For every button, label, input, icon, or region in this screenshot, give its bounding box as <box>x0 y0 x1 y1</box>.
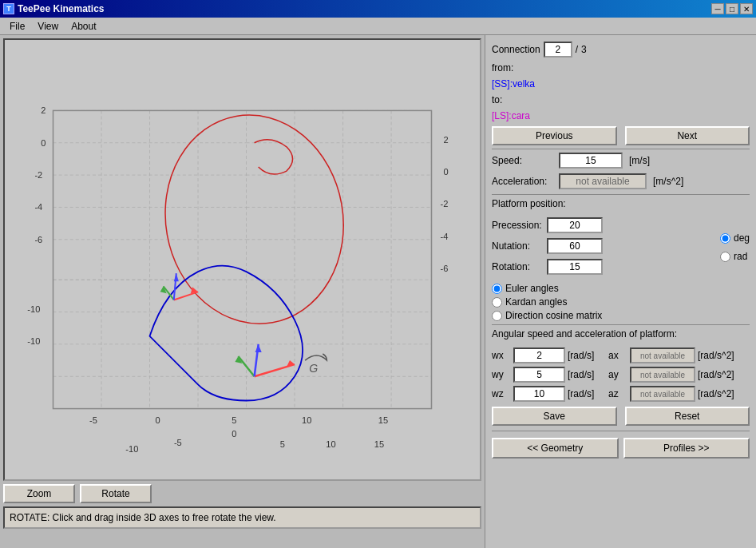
from-label: from: <box>492 62 513 73</box>
svg-text:G: G <box>309 362 318 375</box>
to-row: to: <box>492 94 750 105</box>
svg-text:-5: -5 <box>174 438 182 447</box>
rotation-row: Rotation: <box>492 259 715 275</box>
wx-row: wx [rad/s] ax [rad/s^2] <box>492 347 750 363</box>
accel-row: Acceleration: [m/s^2] <box>492 173 750 189</box>
speed-label: Speed: <box>492 155 556 166</box>
status-text: ROTATE: Click and drag inside 3D axes to… <box>10 512 276 523</box>
divider-2 <box>492 194 750 195</box>
menu-file[interactable]: File <box>3 19 31 34</box>
platform-inputs: Precession: Nutation: Rotation: <box>492 217 750 280</box>
precession-input[interactable] <box>547 217 603 233</box>
status-bar: ROTATE: Click and drag inside 3D axes to… <box>3 506 481 529</box>
connection-row: Connection / 3 <box>492 42 750 58</box>
rad-radio[interactable] <box>720 252 730 262</box>
kardan-radio[interactable] <box>492 297 502 308</box>
window-title: TeePee Kinematics <box>18 3 105 14</box>
main-content: 2 0 -2 -4 -6 -10 -10 -5 0 5 10 15 2 0 -2… <box>0 35 756 548</box>
svg-text:-2: -2 <box>34 170 42 180</box>
to-value: [LS]:cara <box>492 110 530 121</box>
angular-section: Angular speed and acceleration of platfo… <box>492 328 750 402</box>
menu-bar: File View About <box>0 18 756 35</box>
svg-text:2: 2 <box>444 135 449 145</box>
speed-row: Speed: [m/s] <box>492 153 750 169</box>
profiles-button[interactable]: Profiles >> <box>623 438 750 459</box>
precession-row: Precession: <box>492 217 715 233</box>
az-input[interactable] <box>630 386 695 402</box>
window-controls[interactable]: ─ □ ✕ <box>711 3 753 14</box>
ay-label: ay <box>608 369 627 380</box>
deg-radio[interactable] <box>720 233 730 244</box>
svg-text:10: 10 <box>302 415 311 425</box>
svg-text:-10: -10 <box>125 444 138 454</box>
accel-input[interactable] <box>559 173 647 189</box>
svg-text:0: 0 <box>444 167 449 177</box>
nav-btn-row: Previous Next <box>492 126 750 145</box>
ay-input[interactable] <box>630 367 695 383</box>
az-label: az <box>608 388 627 399</box>
platform-left: Precession: Nutation: Rotation: <box>492 217 715 280</box>
kardan-label: Kardan angles <box>505 296 567 308</box>
svg-text:-4: -4 <box>441 232 449 241</box>
canvas-area: 2 0 -2 -4 -6 -10 -10 -5 0 5 10 15 2 0 -2… <box>0 35 485 548</box>
rotate-button[interactable]: Rotate <box>80 484 152 503</box>
next-button[interactable]: Next <box>625 126 750 145</box>
deg-label: deg <box>734 232 750 244</box>
platform-label: Platform position: <box>492 198 566 209</box>
divider-1 <box>492 149 750 149</box>
accel-unit: [m/s^2] <box>653 176 683 187</box>
bottom-controls: Zoom Rotate ROTATE: Click and drag insid… <box>3 481 481 542</box>
save-button[interactable]: Save <box>492 407 617 426</box>
kardan-radio-row: Kardan angles <box>492 296 750 308</box>
divider-4 <box>492 431 750 431</box>
accel-label: Acceleration: <box>492 176 556 187</box>
from-value-row: [SS]:velka <box>492 78 750 89</box>
menu-view[interactable]: View <box>31 19 65 34</box>
wy-label: wy <box>492 369 511 380</box>
angular-section-label-row: Angular speed and acceleration of platfo… <box>492 328 750 343</box>
rad-label: rad <box>734 251 747 262</box>
nutation-label: Nutation: <box>492 240 544 252</box>
reset-button[interactable]: Reset <box>625 407 750 426</box>
ax-input[interactable] <box>630 347 695 363</box>
previous-button[interactable]: Previous <box>492 126 617 145</box>
wy-row: wy [rad/s] ay [rad/s^2] <box>492 367 750 383</box>
wx-label: wx <box>492 350 511 361</box>
ax-unit: [rad/s^2] <box>698 350 739 361</box>
wz-row: wz [rad/s] az [rad/s^2] <box>492 386 750 402</box>
close-button[interactable]: ✕ <box>740 3 753 14</box>
connection-current[interactable] <box>544 42 572 58</box>
title-bar: T TeePee Kinematics ─ □ ✕ <box>0 0 756 18</box>
from-row: from: <box>492 62 750 73</box>
zoom-button[interactable]: Zoom <box>3 484 75 503</box>
platform-section: Platform position: Precession: Nutation:… <box>492 198 750 280</box>
3d-viewport[interactable]: 2 0 -2 -4 -6 -10 -10 -5 0 5 10 15 2 0 -2… <box>3 38 481 481</box>
bottom-nav-row: << Geometry Profiles >> <box>492 438 750 459</box>
svg-text:-6: -6 <box>441 264 449 273</box>
connection-label: Connection <box>492 44 540 55</box>
to-label: to: <box>492 94 502 105</box>
geometry-button[interactable]: << Geometry <box>492 438 619 459</box>
maximize-button[interactable]: □ <box>726 3 738 14</box>
ay-unit: [rad/s^2] <box>698 369 739 380</box>
speed-input[interactable] <box>559 153 623 169</box>
save-reset-row: Save Reset <box>492 407 750 426</box>
euler-radio[interactable] <box>492 284 502 294</box>
svg-text:5: 5 <box>232 415 236 425</box>
wz-input[interactable] <box>513 386 565 402</box>
minimize-button[interactable]: ─ <box>711 3 724 14</box>
nutation-input[interactable] <box>547 238 603 254</box>
svg-rect-0 <box>5 62 480 457</box>
menu-about[interactable]: About <box>65 19 102 34</box>
az-unit: [rad/s^2] <box>698 388 739 399</box>
wy-input[interactable] <box>513 367 565 383</box>
precession-label: Precession: <box>492 220 544 231</box>
rotation-label: Rotation: <box>492 261 544 272</box>
svg-text:-10: -10 <box>27 304 40 314</box>
svg-text:-4: -4 <box>34 202 42 212</box>
wz-label: wz <box>492 388 511 399</box>
direction-radio[interactable] <box>492 311 502 321</box>
rotation-input[interactable] <box>547 259 603 275</box>
wx-input[interactable] <box>513 347 565 363</box>
svg-text:15: 15 <box>374 439 384 449</box>
